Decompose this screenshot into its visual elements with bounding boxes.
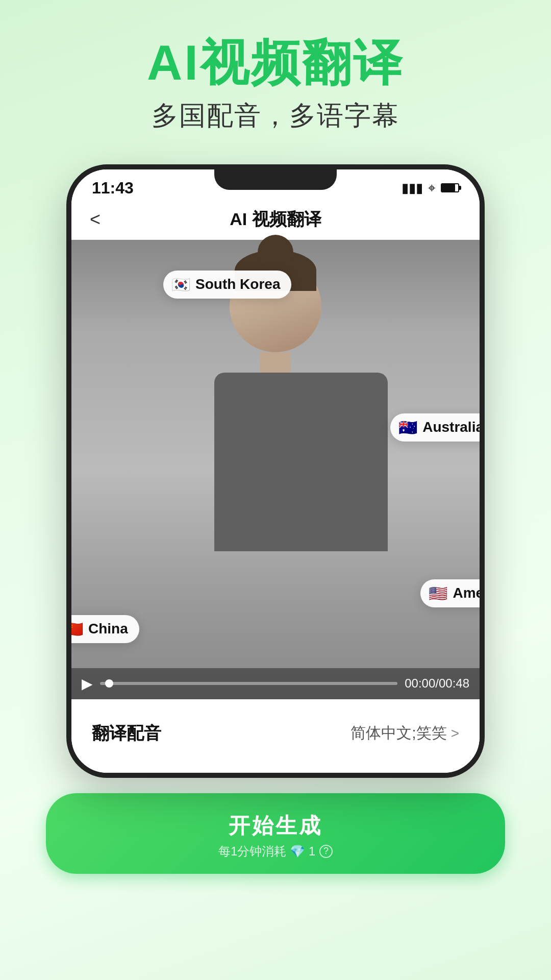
south-korea-label: South Korea [195, 276, 280, 292]
australia-flag: 🇦🇺 [398, 419, 417, 436]
time-display: 00:00/00:48 [405, 676, 469, 691]
progress-dot [105, 679, 113, 688]
header-section: AI视频翻译 多国配音，多语字幕 [0, 0, 551, 149]
start-button-sub: 每1分钟消耗 💎 1 ? [218, 843, 333, 860]
progress-bar[interactable] [100, 682, 397, 685]
start-section: 开始生成 每1分钟消耗 💎 1 ? [0, 778, 551, 904]
video-outer: 🇰🇷 South Korea 🇯🇵 Japan 🇦🇺 Australia 🇺🇸 [71, 240, 480, 699]
video-controls: ▶ 00:00/00:48 [71, 668, 480, 699]
status-time: 11:43 [92, 179, 134, 198]
video-area: 🇰🇷 South Korea 🇯🇵 Japan 🇦🇺 Australia 🇺🇸 [71, 240, 480, 699]
battery-icon [441, 183, 459, 192]
america-flag: 🇺🇸 [429, 584, 447, 602]
bottom-panel: 翻译配音 简体中文;笑笑 > [71, 699, 480, 773]
nav-title: AI 视频翻译 [230, 208, 321, 231]
start-button[interactable]: 开始生成 每1分钟消耗 💎 1 ? [46, 793, 505, 874]
phone-frame: 11:43 ▮▮▮ ⌖ < AI 视频翻译 [66, 164, 485, 778]
main-title: AI视频翻译 [20, 36, 531, 90]
translation-row: 翻译配音 简体中文;笑笑 > [92, 715, 459, 752]
status-icons: ▮▮▮ ⌖ [402, 180, 459, 196]
back-button[interactable]: < [90, 209, 101, 230]
wifi-icon: ⌖ [428, 180, 436, 196]
question-icon: ? [319, 845, 333, 858]
sub-title: 多国配音，多语字幕 [20, 98, 531, 134]
translation-label: 翻译配音 [92, 722, 161, 745]
chevron-icon: > [451, 725, 459, 742]
signal-icon: ▮▮▮ [402, 180, 423, 196]
south-korea-flag: 🇰🇷 [171, 276, 190, 293]
australia-label: Australia [422, 419, 484, 435]
south-korea-badge: 🇰🇷 South Korea [163, 271, 291, 299]
start-button-text: 开始生成 [229, 812, 322, 840]
china-badge: 🇨🇳 China [66, 615, 139, 643]
china-flag: 🇨🇳 [66, 620, 83, 638]
phone-notch [214, 169, 337, 190]
australia-badge: 🇦🇺 Australia [390, 413, 485, 442]
translation-value[interactable]: 简体中文;笑笑 > [350, 723, 459, 744]
america-badge: 🇺🇸 America [420, 579, 485, 607]
phone-mockup: 11:43 ▮▮▮ ⌖ < AI 视频翻译 [66, 164, 485, 778]
china-label: China [88, 621, 128, 637]
play-button[interactable]: ▶ [82, 675, 93, 692]
america-label: America [453, 585, 485, 601]
